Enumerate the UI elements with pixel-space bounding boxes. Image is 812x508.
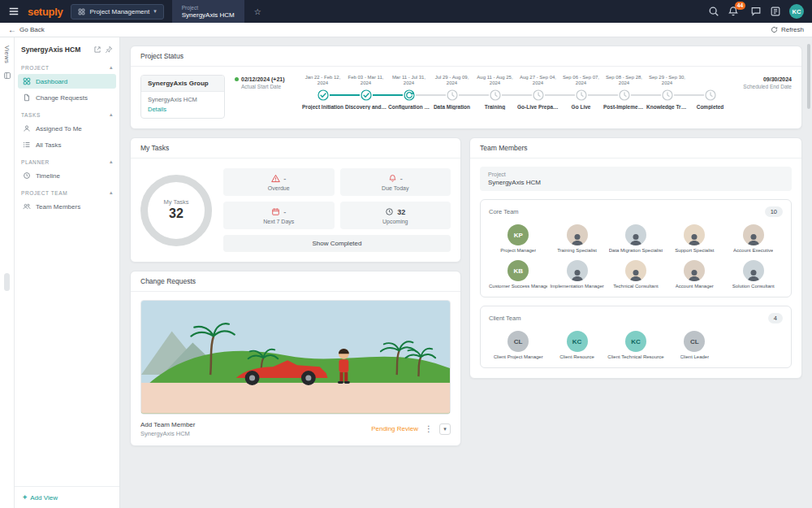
tab-synergyaxis-hcm[interactable]: Project SynergyAxis HCM [172, 0, 244, 23]
stage-label: Knowledge Transf... [646, 104, 689, 110]
menu-icon[interactable] [8, 6, 19, 17]
team-member[interactable]: Support Specialist [665, 224, 723, 253]
timeline-stage[interactable]: Jan 22 - Feb 12, 2024 Project Initiation [301, 75, 344, 110]
stat-overdue[interactable]: - Overdue [223, 168, 335, 196]
actual-start-date: 02/12/2024 (+21) [235, 76, 301, 82]
my-tasks-card: My Tasks My Tasks 32 [130, 137, 461, 263]
team-member[interactable]: KCClient Technical Resource [607, 331, 665, 359]
stage-status-icon [403, 89, 415, 102]
sidebar-collapse-handle[interactable] [4, 273, 10, 291]
project-value: SynergyAxis HCM [488, 179, 784, 186]
avatar [684, 260, 705, 281]
stat-upcoming[interactable]: 32 Upcoming [340, 202, 451, 229]
avatar [567, 224, 588, 245]
refresh-button[interactable]: Refresh [771, 26, 804, 33]
team-member[interactable]: CLClient Project Manager [489, 331, 547, 359]
change-request-item[interactable]: Add Team Member SynergyAxis HCM [140, 421, 195, 437]
team-member[interactable]: Solution Consultant [724, 260, 783, 289]
timeline-stage[interactable]: Sep 06 - Sep 07, 2024 Go Live [559, 75, 603, 110]
stat-next-7-days[interactable]: - Next 7 Days [223, 202, 335, 229]
stage-status-icon [317, 89, 329, 102]
team-member[interactable]: CLClient Leader [665, 331, 723, 359]
sidebar-item-label: Timeline [36, 172, 60, 180]
views-label: Views [3, 46, 11, 63]
team-member[interactable]: Account Manager [665, 260, 723, 289]
timeline-stage[interactable]: Mar 11 - Jul 31, 2024 Configuration an..… [387, 75, 430, 110]
stat-due-today[interactable]: - Due Today [340, 168, 451, 196]
details-link[interactable]: Details [148, 106, 218, 113]
sidebar-item-change-requests[interactable]: Change Requests [18, 90, 116, 105]
member-role-label: Client Resource [559, 354, 594, 359]
notifications-bell-icon[interactable]: 44 [728, 6, 739, 17]
team-member[interactable]: Technical Consultant [607, 260, 665, 289]
sidebar-section-project-team[interactable]: PROJECT TEAM ▴ [15, 184, 119, 198]
pin-icon[interactable] [105, 46, 113, 54]
sidebar-item-timeline[interactable]: Timeline [18, 168, 116, 183]
chat-icon[interactable] [750, 6, 762, 17]
scrollbar-thumb[interactable] [807, 44, 810, 109]
go-back-button[interactable]: ← Go Back [8, 26, 45, 34]
stat-value: - [283, 175, 286, 183]
timeline-stage[interactable]: Sep 08 - Sep 28, 2024 Post-Implementa... [603, 75, 646, 110]
team-member[interactable]: Implementation Manager [547, 260, 606, 289]
panel-toggle-icon[interactable] [3, 72, 11, 80]
team-member[interactable]: Data Migration Specialist [607, 224, 665, 253]
group-name: SynergyAxis Group [141, 76, 224, 92]
timeline-stage[interactable]: Jul 29 - Aug 09, 2024 Data Migration [430, 75, 473, 110]
sidebar-item-team-members[interactable]: Team Members [18, 199, 116, 214]
main-content: Project Status SynergyAxis Group Synergy… [120, 37, 812, 508]
export-icon[interactable] [93, 46, 102, 54]
sidebar-item-all-tasks[interactable]: All Tasks [18, 137, 116, 152]
member-role-label: Account Manager [676, 284, 714, 289]
sidebar-item-label: All Tasks [36, 141, 61, 149]
team-member[interactable]: KCClient Resource [547, 331, 606, 359]
stage-label: Training [473, 104, 516, 110]
timeline-stage[interactable]: Feb 03 - Mar 11, 2024 Discovery and Pla.… [344, 75, 387, 110]
client-team-label: Client Team [489, 315, 520, 322]
stage-dates: Jul 29 - Aug 09, 2024 [430, 75, 473, 87]
avatar: KB [508, 260, 529, 281]
sidebar-section-planner[interactable]: PLANNER ▴ [15, 153, 119, 167]
change-request-title: Add Team Member [140, 421, 195, 428]
actual-start-date-block: 02/12/2024 (+21) Actual Start Date [235, 75, 301, 89]
team-member[interactable]: Training Specialist [547, 224, 606, 253]
add-view-button[interactable]: + Add View [15, 486, 119, 508]
member-role-label: Account Executive [733, 248, 773, 253]
sidebar-item-dashboard[interactable]: Dashboard [18, 74, 116, 89]
stage-label: Go-Live Preparati... [516, 104, 559, 110]
stage-dates: Sep 08 - Sep 28, 2024 [603, 75, 646, 87]
notification-count-badge: 44 [735, 2, 745, 10]
team-member[interactable]: KPProject Manager [489, 224, 547, 253]
timeline-stage[interactable]: Aug 11 - Aug 25, 2024 Training [473, 75, 516, 110]
stage-dates: Aug 27 - Sep 04, 2024 [516, 75, 559, 87]
card-title: Change Requests [131, 271, 460, 292]
team-member[interactable]: Account Executive [724, 224, 783, 253]
stage-label: Configuration an... [387, 104, 430, 110]
stat-label: Upcoming [345, 219, 447, 224]
show-completed-button[interactable]: Show Completed [223, 235, 451, 252]
sidebar-item-assigned-to-me[interactable]: Assigned To Me [18, 121, 116, 136]
kebab-menu-icon[interactable]: ⋮ [425, 425, 433, 433]
timeline-stage[interactable]: Completed [689, 75, 732, 110]
stage-label: Post-Implementa... [603, 104, 646, 110]
stage-dates: Mar 11 - Jul 31, 2024 [387, 75, 430, 87]
avatar [743, 260, 764, 281]
favorite-star-icon[interactable]: ☆ [254, 7, 261, 16]
user-avatar[interactable]: KC [789, 4, 804, 19]
team-member[interactable]: KBCustomer Success Manager [489, 260, 547, 289]
project-management-nav-button[interactable]: Project Management ▾ [71, 4, 163, 20]
member-role-label: Data Migration Specialist [609, 248, 663, 253]
core-team-count-badge: 10 [765, 206, 783, 217]
timeline-stage[interactable]: Sep 29 - Sep 30, 2024 Knowledge Transf..… [646, 75, 689, 110]
dropdown-button[interactable]: ▾ [439, 423, 451, 435]
people-icon [23, 202, 31, 211]
actual-start-date-label: Actual Start Date [235, 84, 301, 89]
stage-label: Completed [689, 104, 732, 110]
timeline-stage[interactable]: Aug 27 - Sep 04, 2024 Go-Live Preparati.… [516, 75, 559, 110]
search-icon[interactable] [708, 6, 719, 17]
sidebar-section-tasks[interactable]: TASKS ▴ [15, 106, 119, 120]
change-request-illustration [140, 300, 451, 415]
stage-status-icon [661, 89, 673, 102]
library-icon[interactable] [770, 6, 781, 17]
sidebar-section-project[interactable]: PROJECT ▴ [15, 59, 119, 73]
